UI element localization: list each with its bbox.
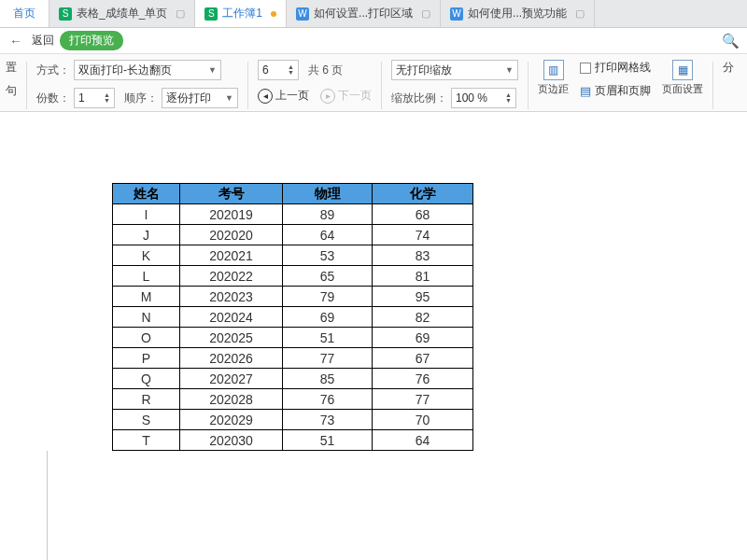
table-row: L2020226581 — [113, 266, 473, 287]
table-cell: 202025 — [180, 328, 283, 348]
table-cell: 69 — [373, 328, 473, 348]
print-preview-pill: 打印预览 — [60, 31, 123, 50]
zoom-value: 无打印缩放 — [396, 63, 452, 78]
table-row: S2020297370 — [113, 410, 473, 430]
table-cell: 83 — [373, 245, 473, 266]
return-bar: ← 返回 打印预览 🔍 — [0, 28, 747, 54]
table-cell: 202024 — [180, 307, 283, 328]
table-cell: M — [113, 287, 180, 307]
order-value: 逐份打印 — [166, 91, 211, 106]
page-total: 共 6 页 — [308, 63, 343, 78]
tab-home[interactable]: 首页 — [0, 0, 49, 27]
chevron-down-icon: ▼ — [208, 65, 217, 75]
table-cell: 74 — [373, 225, 473, 245]
next-page-button[interactable]: ▸ 下一页 — [320, 88, 372, 104]
table-cell: O — [113, 328, 180, 348]
page-value: 6 — [262, 63, 269, 77]
header-footer-button[interactable]: ▤ 页眉和页脚 — [580, 83, 651, 99]
table-row: O2020255169 — [113, 328, 473, 348]
toolbar: 置 句 方式： 双面打印-长边翻页 ▼ 份数： 1 ▲▼ 顺序： 逐份打印 ▼ — [0, 54, 747, 112]
tab-label: 如何使用...预览功能 — [468, 6, 567, 21]
margins-label: 页边距 — [538, 82, 569, 96]
spinner-icon: ▲▼ — [288, 64, 294, 76]
doc-icon: S — [59, 7, 72, 21]
tab-label: 工作簿1 — [222, 6, 262, 21]
table-cell: 202028 — [180, 389, 283, 410]
back-arrow-icon[interactable]: ← — [6, 34, 26, 49]
table-cell: 67 — [373, 348, 473, 369]
truncated-left-2: 句 — [6, 83, 17, 99]
table-cell: 202026 — [180, 348, 283, 369]
arrow-right-icon: ▸ — [320, 89, 335, 104]
table-cell: 202023 — [180, 287, 283, 307]
table-cell: 89 — [283, 204, 373, 225]
mode-label: 方式： — [36, 63, 70, 78]
table-cell: 64 — [373, 430, 473, 451]
doc-icon: W — [450, 7, 463, 21]
table-cell: 76 — [283, 389, 373, 410]
gridlines-checkbox[interactable]: 打印网格线 — [580, 60, 651, 76]
tab-doc-1[interactable]: S工作簿1 — [195, 0, 287, 27]
table-row: K2020215383 — [113, 245, 473, 266]
copies-input[interactable]: 1 ▲▼ — [74, 88, 115, 108]
copies-value: 1 — [78, 91, 85, 105]
back-label[interactable]: 返回 — [32, 33, 54, 49]
col-header: 考号 — [180, 184, 283, 204]
search-icon[interactable]: 🔍 — [722, 33, 741, 49]
table-cell: 76 — [373, 369, 473, 389]
order-label: 顺序： — [124, 91, 158, 106]
table-row: J2020206474 — [113, 225, 473, 245]
zoom-select[interactable]: 无打印缩放 ▼ — [391, 60, 518, 80]
table-cell: J — [113, 225, 180, 245]
table-cell: 79 — [283, 287, 373, 307]
tab-doc-3[interactable]: W如何使用...预览功能▢ — [441, 0, 595, 27]
table-cell: 202027 — [180, 369, 283, 389]
table-cell: 64 — [283, 225, 373, 245]
table-row: T2020305164 — [113, 430, 473, 451]
window-icon: ▢ — [176, 7, 185, 20]
table-cell: 202019 — [180, 204, 283, 225]
table-cell: 95 — [373, 287, 473, 307]
table-row: P2020267767 — [113, 348, 473, 369]
order-select[interactable]: 逐份打印 ▼ — [162, 88, 238, 108]
tab-bar: 首页 S表格_成绩单_单页▢S工作簿1W如何设置...打印区域▢W如何使用...… — [0, 0, 747, 28]
window-icon: ▢ — [575, 7, 585, 20]
table-row: N2020246982 — [113, 307, 473, 328]
table-cell: 69 — [283, 307, 373, 328]
tab-label: 如何设置...打印区域 — [314, 6, 413, 21]
table-cell: 65 — [283, 266, 373, 287]
table-cell: 53 — [283, 245, 373, 266]
tab-doc-0[interactable]: S表格_成绩单_单页▢ — [49, 0, 195, 27]
table-cell: 202029 — [180, 410, 283, 430]
header-footer-label: 页眉和页脚 — [595, 83, 651, 99]
tab-label: 表格_成绩单_单页 — [77, 6, 167, 21]
gridlines-label: 打印网格线 — [595, 60, 651, 76]
page-setup-button[interactable]: ▦ 页面设置 — [656, 60, 709, 96]
spinner-icon: ▲▼ — [505, 92, 512, 104]
prev-label: 上一页 — [275, 88, 309, 104]
table-cell: 202022 — [180, 266, 283, 287]
zoom-ratio-value: 100 % — [456, 91, 487, 105]
table-cell: K — [113, 245, 180, 266]
zoom-ratio-input[interactable]: 100 % ▲▼ — [451, 88, 516, 108]
page-input[interactable]: 6 ▲▼ — [258, 60, 299, 80]
spinner-icon: ▲▼ — [104, 92, 110, 104]
table-cell: 68 — [373, 204, 473, 225]
prev-page-button[interactable]: ◂ 上一页 — [258, 88, 309, 104]
mode-select[interactable]: 双面打印-长边翻页 ▼ — [74, 60, 221, 80]
tab-doc-2[interactable]: W如何设置...打印区域▢ — [287, 0, 441, 27]
table-cell: 202030 — [180, 430, 283, 451]
next-label: 下一页 — [338, 88, 372, 104]
table-cell: Q — [113, 369, 180, 389]
page-setup-label: 页面设置 — [662, 82, 703, 96]
table-cell: T — [113, 430, 180, 451]
col-header: 化学 — [373, 184, 473, 204]
table-cell: N — [113, 307, 180, 328]
table-cell: 51 — [283, 328, 373, 348]
table-cell: 202020 — [180, 225, 283, 245]
table-row: M2020237995 — [113, 287, 473, 307]
doc-icon: S — [204, 7, 218, 21]
table-cell: 85 — [283, 369, 373, 389]
margins-button[interactable]: ▥ 页边距 — [532, 60, 574, 96]
modified-dot-icon — [271, 11, 276, 17]
